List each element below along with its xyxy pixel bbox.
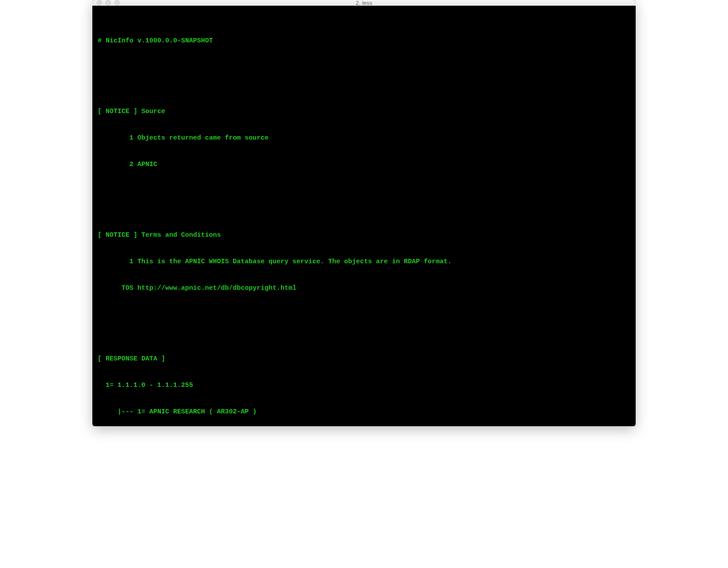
notice-line: 1 Objects returned came from source <box>98 134 630 143</box>
banner-line: # NicInfo v.1000.0.0-SNAPSHOT <box>98 37 630 45</box>
terminal-viewport[interactable]: # NicInfo v.1000.0.0-SNAPSHOT [ NOTICE ]… <box>92 6 636 426</box>
terminal-window: 2. less # NicInfo v.1000.0.0-SNAPSHOT [ … <box>92 0 636 426</box>
tree-branch: |--- 1= APNIC RESEARCH ( AR302-AP ) <box>98 408 630 417</box>
notice-line: 2 APNIC <box>98 160 630 169</box>
blank-line <box>98 311 630 319</box>
window-title: 2. less <box>92 0 636 6</box>
window-controls <box>92 0 120 5</box>
close-icon[interactable] <box>97 0 102 5</box>
notice-header: [ NOTICE ] Source <box>98 107 630 116</box>
titlebar[interactable]: 2. less <box>92 0 636 6</box>
notice-header: [ NOTICE ] Terms and Conditions <box>98 231 630 240</box>
response-root: 1= 1.1.1.0 - 1.1.1.255 <box>98 381 630 390</box>
notice-line: TOS http://www.apnic.net/db/dbcopyright.… <box>98 284 630 293</box>
blank-line <box>98 187 630 196</box>
notice-line: 1 This is the APNIC WHOIS Database query… <box>98 257 630 266</box>
response-header: [ RESPONSE DATA ] <box>98 355 630 364</box>
zoom-icon[interactable] <box>114 0 120 5</box>
blank-line <box>98 63 630 72</box>
minimize-icon[interactable] <box>106 0 111 5</box>
